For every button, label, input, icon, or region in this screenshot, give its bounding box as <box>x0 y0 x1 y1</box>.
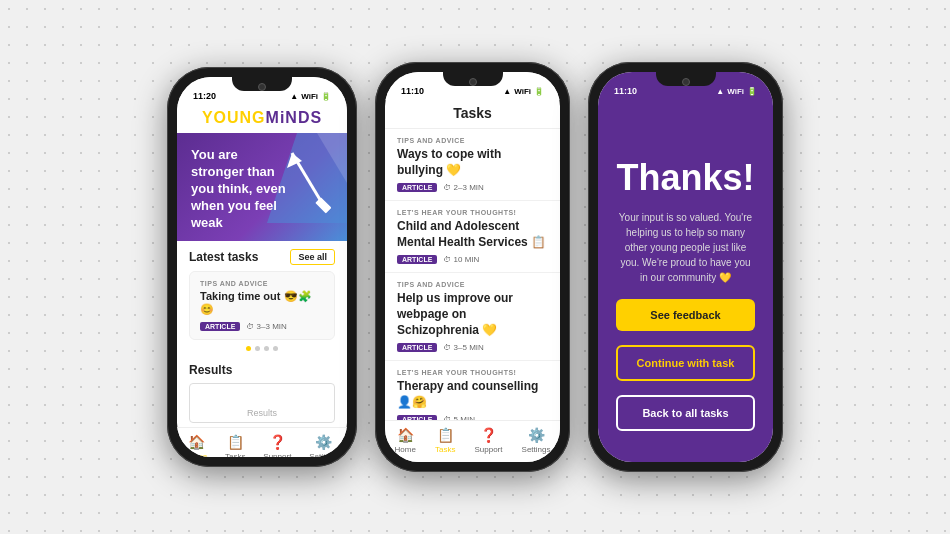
task-title-3: Therapy and counselling 👤🤗 <box>397 379 548 410</box>
task-meta: ARTICLE ⏱ 3–3 MIN <box>200 322 324 331</box>
nav-support-label: Support <box>263 452 291 457</box>
section-title: Latest tasks <box>189 250 258 264</box>
p1-header: YOUNGMiNDS <box>177 105 347 133</box>
p2-header: Tasks <box>385 100 560 129</box>
results-box-label: Results <box>198 408 326 418</box>
task-time: ⏱ 3–3 MIN <box>246 322 286 331</box>
task-item-3[interactable]: LET'S HEAR YOUR THOUGHTS! Therapy and co… <box>385 361 560 420</box>
nav-home-label-2: Home <box>395 445 416 454</box>
thanks-heading: Thanks! <box>616 160 754 196</box>
task-cat-1: LET'S HEAR YOUR THOUGHTS! <box>397 209 548 216</box>
badge-0: ARTICLE <box>397 183 437 192</box>
article-badge: ARTICLE <box>200 322 240 331</box>
youngminds-logo: YOUNGMiNDS <box>189 109 335 127</box>
nav-settings-label-2: Settings <box>522 445 551 454</box>
back-all-tasks-button[interactable]: Back to all tasks <box>616 395 755 431</box>
see-feedback-button[interactable]: See feedback <box>616 299 755 331</box>
task-meta-1: ARTICLE ⏱ 10 MIN <box>397 255 548 264</box>
tasks-icon-2: 📋 <box>437 427 454 443</box>
settings-icon-2: ⚙️ <box>528 427 545 443</box>
p2-title: Tasks <box>453 105 492 121</box>
logo-young: YOUNG <box>202 109 266 126</box>
nav-support-1[interactable]: ❓ Support <box>263 434 291 457</box>
p1-tasks-section: Latest tasks See all TIPS AND ADVICE Tak… <box>177 241 347 359</box>
task-title: Taking time out 😎🧩😊 <box>200 290 324 316</box>
continue-task-button[interactable]: Continue with task <box>616 345 755 381</box>
dots-indicator <box>189 346 335 351</box>
time-0: ⏱ 2–3 MIN <box>443 183 483 192</box>
nav-settings-1[interactable]: ⚙️ Settings <box>309 434 338 457</box>
see-all-button[interactable]: See all <box>290 249 335 265</box>
nav-tasks-label-2: Tasks <box>435 445 455 454</box>
logo-minds: MiNDS <box>266 109 323 126</box>
nav-home-2[interactable]: 🏠 Home <box>395 427 416 454</box>
tasks-icon: 📋 <box>227 434 244 450</box>
nav-home-1[interactable]: 🏠 Home <box>186 434 207 457</box>
settings-icon: ⚙️ <box>315 434 332 450</box>
status-icons-3: ▲ WiFi 🔋 <box>716 87 757 96</box>
nav-tasks-label: Tasks <box>225 452 245 457</box>
task-card-1[interactable]: TIPS AND ADVICE Taking time out 😎🧩😊 ARTI… <box>189 271 335 340</box>
task-cat-3: LET'S HEAR YOUR THOUGHTS! <box>397 369 548 376</box>
nav-home-label: Home <box>186 452 207 457</box>
badge-1: ARTICLE <box>397 255 437 264</box>
bottom-nav-1: 🏠 Home 📋 Tasks ❓ Support ⚙️ Settings <box>177 427 347 457</box>
status-icons-1: ▲ WiFi 🔋 <box>290 92 331 101</box>
nav-settings-label: Settings <box>309 452 338 457</box>
dot-4 <box>273 346 278 351</box>
dot-2 <box>255 346 260 351</box>
support-icon-2: ❓ <box>480 427 497 443</box>
p1-banner: You are stronger than you think, even wh… <box>177 133 347 241</box>
thanks-message: Your input is so valued. You're helping … <box>616 210 755 285</box>
section-header: Latest tasks See all <box>189 249 335 265</box>
task-title-2: Help us improve our webpage on Schizophr… <box>397 291 548 338</box>
banner-text: You are stronger than you think, even wh… <box>191 147 291 231</box>
nav-tasks-2[interactable]: 📋 Tasks <box>435 427 455 454</box>
results-box: Results <box>189 383 335 423</box>
phone-3: 11:10 ▲ WiFi 🔋 Thanks! Your input is so … <box>588 62 783 472</box>
thanks-screen: Thanks! Your input is so valued. You're … <box>598 100 773 462</box>
task-list: TIPS AND ADVICE Ways to cope with bullyi… <box>385 129 560 420</box>
task-meta-0: ARTICLE ⏱ 2–3 MIN <box>397 183 548 192</box>
task-meta-2: ARTICLE ⏱ 3–5 MIN <box>397 343 548 352</box>
results-section: Results Results <box>177 359 347 427</box>
nav-settings-2[interactable]: ⚙️ Settings <box>522 427 551 454</box>
status-time-3: 11:10 <box>614 86 637 96</box>
nav-support-label-2: Support <box>474 445 502 454</box>
task-cat-2: TIPS AND ADVICE <box>397 281 548 288</box>
status-time-2: 11:10 <box>401 86 424 96</box>
phone-1-screen: 11:20 ▲ WiFi 🔋 YOUNGMiNDS <box>177 77 347 457</box>
task-title-1: Child and Adolescent Mental Health Servi… <box>397 219 548 250</box>
badge-2: ARTICLE <box>397 343 437 352</box>
status-time-1: 11:20 <box>193 91 216 101</box>
task-category: TIPS AND ADVICE <box>200 280 324 287</box>
phone-1-camera <box>258 83 266 91</box>
phone-3-camera <box>682 78 690 86</box>
time-2: ⏱ 3–5 MIN <box>443 343 483 352</box>
nav-support-2[interactable]: ❓ Support <box>474 427 502 454</box>
support-icon: ❓ <box>269 434 286 450</box>
nav-tasks-1[interactable]: 📋 Tasks <box>225 434 245 457</box>
phone-2-screen: 11:10 ▲ WiFi 🔋 Tasks TIPS AND ADVICE Way… <box>385 72 560 462</box>
phone-3-screen: 11:10 ▲ WiFi 🔋 Thanks! Your input is so … <box>598 72 773 462</box>
task-item-0[interactable]: TIPS AND ADVICE Ways to cope with bullyi… <box>385 129 560 201</box>
task-item-2[interactable]: TIPS AND ADVICE Help us improve our webp… <box>385 273 560 361</box>
bottom-nav-2: 🏠 Home 📋 Tasks ❓ Support ⚙️ Settings <box>385 420 560 462</box>
dot-1 <box>246 346 251 351</box>
task-item-1[interactable]: LET'S HEAR YOUR THOUGHTS! Child and Adol… <box>385 201 560 273</box>
task-title-0: Ways to cope with bullying 💛 <box>397 147 548 178</box>
task-cat-0: TIPS AND ADVICE <box>397 137 548 144</box>
phone-2-camera <box>469 78 477 86</box>
dot-3 <box>264 346 269 351</box>
time-1: ⏱ 10 MIN <box>443 255 479 264</box>
home-icon-2: 🏠 <box>397 427 414 443</box>
results-title: Results <box>189 363 335 377</box>
status-icons-2: ▲ WiFi 🔋 <box>503 87 544 96</box>
phone-2: 11:10 ▲ WiFi 🔋 Tasks TIPS AND ADVICE Way… <box>375 62 570 472</box>
phone-1: 11:20 ▲ WiFi 🔋 YOUNGMiNDS <box>167 67 357 467</box>
home-icon: 🏠 <box>188 434 205 450</box>
